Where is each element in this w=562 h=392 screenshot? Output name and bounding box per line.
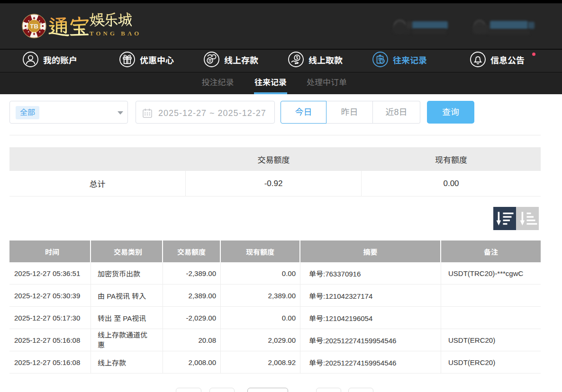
svg-text:TB: TB <box>30 23 38 30</box>
